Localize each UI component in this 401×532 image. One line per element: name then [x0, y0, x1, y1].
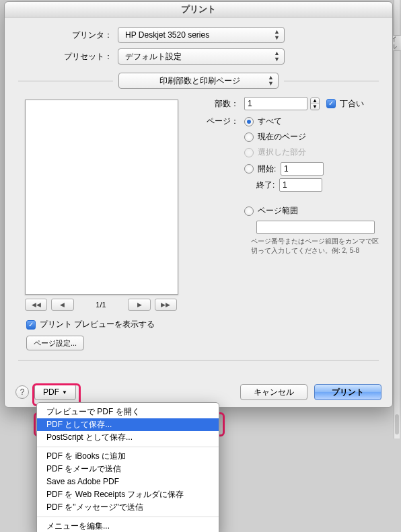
- stepper-up-icon: ▲: [311, 98, 319, 104]
- pager-next-button[interactable]: ▶: [128, 299, 150, 311]
- chevron-down-icon: ▼: [62, 389, 67, 395]
- preset-select[interactable]: デフォルト設定 ▲▼: [118, 48, 285, 65]
- pager-text: 1/1: [96, 301, 106, 309]
- menu-messages[interactable]: PDF を"メッセージ"で送信: [37, 501, 219, 514]
- page-setup-button[interactable]: ページ設定...: [26, 336, 84, 350]
- pages-label: ページ：: [198, 116, 244, 127]
- background-scrollbar: [394, 0, 400, 439]
- print-button[interactable]: プリント: [314, 384, 381, 400]
- pdf-menu-button[interactable]: PDF ▼: [34, 384, 76, 400]
- printer-label: プリンタ：: [18, 30, 118, 41]
- options-column: 部数： ▲▼ 丁合い ページ： すべて: [198, 97, 379, 311]
- pages-all-label: すべて: [258, 116, 282, 127]
- chevron-updown-icon: ▲▼: [274, 29, 280, 41]
- pages-current-label: 現在のページ: [258, 131, 306, 143]
- print-dialog: プリント プリンタ： HP Deskjet 3520 series ▲▼ プリセ…: [4, 1, 393, 408]
- menu-open-in-preview[interactable]: プレビューで PDF を開く: [37, 406, 219, 418]
- cancel-button[interactable]: キャンセル: [240, 384, 307, 400]
- copies-label: 部数：: [198, 98, 244, 110]
- pages-from-radio[interactable]: [244, 164, 254, 174]
- pages-range-hint: ページ番号またはページ範囲をカンマで区切って入力してください。例: 2, 5-8: [251, 237, 379, 256]
- collate-label: 丁合い: [340, 98, 364, 110]
- pages-to-input[interactable]: [279, 178, 322, 192]
- pages-from-label: 開始:: [258, 163, 281, 175]
- copies-input[interactable]: [244, 97, 307, 110]
- preset-label: プリセット：: [18, 51, 118, 63]
- preview-page: [25, 100, 178, 295]
- copies-stepper[interactable]: ▲▼: [310, 98, 320, 110]
- menu-save-as-postscript[interactable]: PostScript として保存...: [37, 431, 219, 444]
- pages-all-radio[interactable]: [244, 117, 254, 126]
- menu-mail-pdf[interactable]: PDF をメールで送信: [37, 463, 219, 476]
- menu-save-as-adobe-pdf[interactable]: Save as Adobe PDF: [37, 476, 219, 488]
- pager-last-button[interactable]: ▶▶: [155, 299, 177, 311]
- panel-value: 印刷部数と印刷ページ: [159, 75, 240, 87]
- pdf-menu-label: PDF: [43, 387, 59, 397]
- pages-to-label: 終了:: [256, 180, 279, 191]
- printer-value: HP Deskjet 3520 series: [125, 30, 209, 40]
- pages-current-radio[interactable]: [244, 132, 254, 142]
- show-preview-checkbox[interactable]: [26, 320, 36, 330]
- show-preview-label: プリント プレビューを表示する: [40, 319, 155, 330]
- printer-select[interactable]: HP Deskjet 3520 series ▲▼: [118, 27, 285, 43]
- pager-first-button[interactable]: ◀◀: [25, 299, 47, 311]
- panel-select[interactable]: 印刷部数と印刷ページ ▲▼: [118, 73, 279, 89]
- preview-column: ◀◀ ◀ 1/1 ▶ ▶▶: [18, 97, 198, 311]
- menu-edit[interactable]: メニューを編集...: [37, 520, 219, 532]
- chevron-updown-icon: ▲▼: [274, 50, 280, 63]
- pages-range-radio[interactable]: [244, 206, 254, 216]
- menu-add-to-ibooks[interactable]: PDF を iBooks に追加: [37, 450, 219, 463]
- pages-range-input[interactable]: [256, 221, 375, 234]
- pages-selection-radio: [244, 148, 254, 157]
- menu-separator: [37, 517, 219, 517]
- menu-web-receipts[interactable]: PDF を Web Receipts フォルダに保存: [37, 488, 219, 501]
- preset-value: デフォルト設定: [125, 51, 182, 63]
- collate-checkbox[interactable]: [326, 99, 336, 108]
- chevron-updown-icon: ▲▼: [268, 75, 274, 87]
- pages-from-input[interactable]: [281, 162, 324, 176]
- menu-save-as-pdf[interactable]: PDF として保存...: [37, 418, 219, 431]
- pages-range-label: ページ範囲: [258, 205, 298, 217]
- pdf-popup-menu: プレビューで PDF を開く PDF として保存... PostScript と…: [36, 402, 219, 532]
- dialog-title: プリント: [5, 2, 392, 17]
- menu-separator: [37, 447, 219, 447]
- pager-prev-button[interactable]: ◀: [51, 299, 73, 311]
- pages-selection-label: 選択した部分: [258, 147, 306, 158]
- stepper-down-icon: ▼: [311, 104, 319, 110]
- help-button[interactable]: ?: [15, 385, 29, 399]
